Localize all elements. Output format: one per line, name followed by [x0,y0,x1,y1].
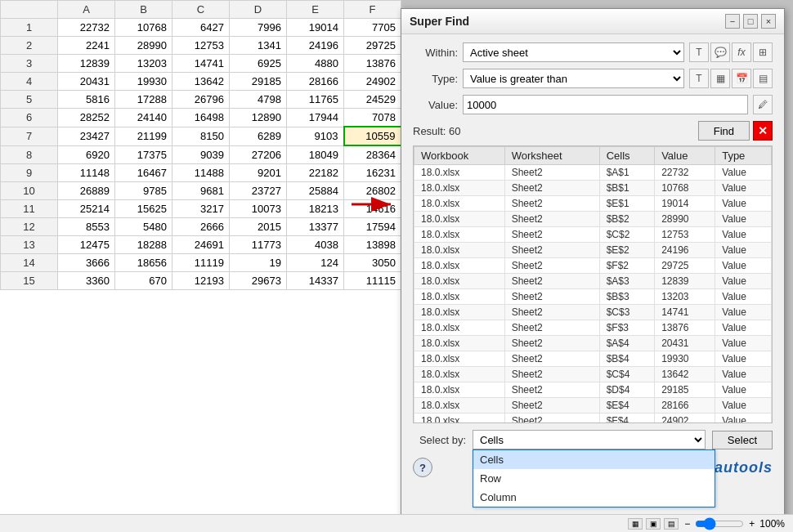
value-input[interactable] [463,95,748,114]
comment-icon[interactable]: 💬 [710,42,730,62]
cell-r14c2[interactable]: 18656 [115,254,172,272]
cell-r15c4[interactable]: 29673 [230,272,287,290]
cell-r6c3[interactable]: 16498 [172,109,230,127]
grid-icon[interactable]: ⊞ [753,42,773,62]
eyedropper-icon[interactable]: 🖉 [753,95,773,114]
cell-r4c3[interactable]: 13642 [172,73,230,91]
cell-r12c2[interactable]: 5480 [115,218,172,236]
type-extra-icon[interactable]: ▤ [753,69,773,88]
cell-r5c3[interactable]: 26796 [172,91,230,109]
table-row[interactable]: 18.0.xlsxSheet2$C$212753Value [414,227,772,243]
type-text-icon[interactable]: T [689,69,709,88]
table-row[interactable]: 18.0.xlsxSheet2$C$314741Value [414,305,772,320]
cell-r11c3[interactable]: 3217 [172,200,230,218]
cell-r11c5[interactable]: 18213 [287,200,344,218]
cell-r1c5[interactable]: 19014 [287,19,344,37]
col-header-e[interactable]: E [287,1,344,19]
select-button[interactable]: Select [712,431,773,449]
cell-r4c4[interactable]: 29185 [230,73,287,91]
col-header-c[interactable]: C [172,1,230,19]
zoom-minus-btn[interactable]: − [682,518,692,530]
cell-r1c6[interactable]: 7705 [344,19,401,37]
cell-r14c6[interactable]: 3050 [344,254,401,272]
cell-r15c3[interactable]: 12193 [172,272,230,290]
cell-r9c3[interactable]: 11488 [172,164,230,182]
view-normal-icon[interactable]: ▦ [628,518,643,530]
table-row[interactable]: 18.0.xlsxSheet2$B$228990Value [414,212,772,227]
cell-r2c5[interactable]: 24196 [287,37,344,55]
cell-r5c5[interactable]: 11765 [287,91,344,109]
dropdown-item-row[interactable]: Row [473,469,715,488]
dropdown-item-column[interactable]: Column [473,488,715,507]
cell-r11c1[interactable]: 25214 [58,200,115,218]
clear-results-button[interactable]: ✕ [753,121,773,141]
cell-r13c2[interactable]: 18288 [115,236,172,254]
cell-r3c4[interactable]: 6925 [230,55,287,73]
type-num-icon[interactable]: ▦ [710,69,730,88]
col-header-d[interactable]: D [230,1,287,19]
table-row[interactable]: 18.0.xlsxSheet2$E$224196Value [414,243,772,258]
cell-r3c3[interactable]: 14741 [172,55,230,73]
cell-r7c1[interactable]: 23427 [58,127,115,145]
cell-r9c2[interactable]: 16467 [115,164,172,182]
zoom-slider[interactable] [695,517,744,530]
cell-r6c1[interactable]: 28252 [58,109,115,127]
cell-r12c3[interactable]: 2666 [172,218,230,236]
cell-r7c4[interactable]: 6289 [230,127,287,145]
cell-r9c5[interactable]: 22182 [287,164,344,182]
cell-r8c4[interactable]: 27206 [230,145,287,164]
cell-r6c6[interactable]: 7078 [344,109,401,127]
cell-r13c4[interactable]: 11773 [230,236,287,254]
cell-r5c6[interactable]: 24529 [344,91,401,109]
text-format-icon[interactable]: T [689,42,709,62]
col-header-f[interactable]: F [344,1,401,19]
table-row[interactable]: 18.0.xlsxSheet2$E$119014Value [414,196,772,212]
within-select[interactable]: Active sheet [463,42,684,62]
cell-r15c1[interactable]: 3360 [58,272,115,290]
results-container[interactable]: WorkbookWorksheetCellsValueType 18.0.xls… [413,145,773,423]
cell-r11c2[interactable]: 15625 [115,200,172,218]
table-row[interactable]: 18.0.xlsxSheet2$A$420431Value [414,336,772,351]
cell-r11c4[interactable]: 10073 [230,200,287,218]
table-row[interactable]: 18.0.xlsxSheet2$F$313876Value [414,320,772,336]
cell-r14c1[interactable]: 3666 [58,254,115,272]
cell-r6c5[interactable]: 17944 [287,109,344,127]
cell-r8c1[interactable]: 6920 [58,145,115,164]
cell-r10c5[interactable]: 25884 [287,182,344,200]
view-layout-icon[interactable]: ▣ [646,518,661,530]
cell-r5c2[interactable]: 17288 [115,91,172,109]
table-row[interactable]: 18.0.xlsxSheet2$D$429185Value [414,382,772,398]
cell-r4c6[interactable]: 24902 [344,73,401,91]
cell-r14c3[interactable]: 11119 [172,254,230,272]
cell-r2c1[interactable]: 2241 [58,37,115,55]
cell-r14c4[interactable]: 19 [230,254,287,272]
close-window-button[interactable]: × [761,14,776,29]
restore-button[interactable]: □ [743,14,758,29]
cell-r10c4[interactable]: 23727 [230,182,287,200]
table-row[interactable]: 18.0.xlsxSheet2$C$413642Value [414,367,772,382]
table-row[interactable]: 18.0.xlsxSheet2$B$110768Value [414,181,772,196]
cell-r6c2[interactable]: 24140 [115,109,172,127]
cell-r12c6[interactable]: 17594 [344,218,401,236]
cell-r2c6[interactable]: 29725 [344,37,401,55]
cell-r1c1[interactable]: 22732 [58,19,115,37]
cell-r8c3[interactable]: 9039 [172,145,230,164]
cell-r7c3[interactable]: 8150 [172,127,230,145]
cell-r13c6[interactable]: 13898 [344,236,401,254]
cell-r4c2[interactable]: 19930 [115,73,172,91]
type-select[interactable]: Value is greater than [463,69,684,88]
cell-r4c1[interactable]: 20431 [58,73,115,91]
cell-r3c1[interactable]: 12839 [58,55,115,73]
type-date-icon[interactable]: 📅 [732,69,751,88]
cell-r8c2[interactable]: 17375 [115,145,172,164]
cell-r9c6[interactable]: 16231 [344,164,401,182]
cell-r3c2[interactable]: 13203 [115,55,172,73]
table-row[interactable]: 18.0.xlsxSheet2$A$312839Value [414,274,772,289]
cell-r5c1[interactable]: 5816 [58,91,115,109]
cell-r5c4[interactable]: 4798 [230,91,287,109]
cell-r8c5[interactable]: 18049 [287,145,344,164]
cell-r7c6[interactable]: 10559 [344,127,401,145]
table-row[interactable]: 18.0.xlsxSheet2$B$313203Value [414,289,772,305]
cell-r7c2[interactable]: 21199 [115,127,172,145]
table-row[interactable]: 18.0.xlsxSheet2$A$122732Value [414,165,772,181]
